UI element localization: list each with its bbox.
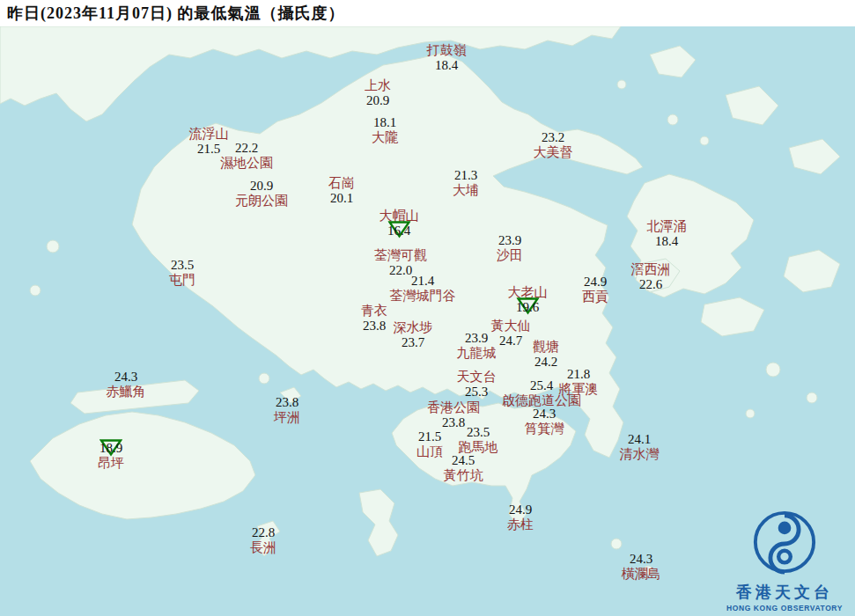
station-跑馬地: 23.5跑馬地 [459, 425, 498, 454]
station-name: 青衣 [361, 304, 387, 319]
station-temperature: 18.1 [373, 115, 396, 130]
station-name: 大隴 [372, 129, 398, 144]
station-name: 打鼓嶺 [427, 43, 467, 58]
station-name: 黃大仙 [491, 319, 531, 334]
station-name: 大帽山 [380, 209, 419, 224]
station-打鼓嶺: 打鼓嶺18.4 [427, 43, 467, 72]
map-title: 昨日(2023年11月07日) 的最低氣溫（攝氏度） [7, 3, 345, 24]
station-name: 坪洲 [274, 409, 300, 424]
station-濕地公園: 22.2濕地公園 [220, 141, 273, 170]
station-temperature: 21.3 [454, 168, 477, 183]
station-筲箕灣: 24.3筲箕灣 [525, 407, 564, 436]
station-temperature: 23.2 [542, 130, 564, 145]
station-name: 荃灣可觀 [374, 248, 427, 263]
station-name: 北潭涌 [647, 219, 687, 234]
station-temperature: 16.4 [387, 223, 410, 238]
station-temperature: 24.5 [452, 453, 475, 468]
station-name: 上水 [365, 78, 391, 93]
station-name: 西貢 [582, 289, 608, 304]
station-滘西洲: 滘西洲22.6 [631, 262, 671, 291]
station-坪洲: 23.8坪洲 [274, 395, 300, 424]
station-name: 觀塘 [533, 340, 559, 355]
station-temperature: 23.5 [171, 258, 194, 273]
station-大埔: 21.3大埔 [453, 168, 479, 197]
station-大帽山: 大帽山16.4 [380, 209, 419, 238]
station-青衣: 青衣23.8 [361, 304, 387, 333]
station-長洲: 22.8長洲 [250, 525, 276, 554]
station-temperature: 18.4 [435, 57, 458, 72]
station-name: 清水灣 [620, 446, 660, 461]
station-沙田: 23.9沙田 [497, 233, 523, 262]
station-temperature: 22.2 [235, 141, 258, 156]
station-temperature: 25.4 [530, 378, 553, 393]
station-黃竹坑: 24.5黃竹坑 [444, 453, 483, 482]
station-temperature: 23.5 [467, 425, 490, 440]
station-temperature: 24.9 [509, 502, 532, 517]
hko-logo-icon [750, 508, 819, 576]
station-temperature: 24.3 [533, 407, 556, 422]
station-temperature: 23.7 [402, 334, 424, 349]
station-name: 大美督 [534, 144, 573, 159]
station-temperature: 23.9 [465, 331, 488, 346]
station-赤柱: 24.9赤柱 [507, 502, 534, 532]
hko-logo-name-zh: 香港天文台 [723, 582, 846, 603]
station-昂坪: 18.9昂坪 [98, 441, 124, 470]
station-temperature: 24.7 [499, 333, 522, 348]
station-荃灣城門谷: 21.4荃灣城門谷 [390, 274, 456, 303]
station-name: 沙田 [497, 247, 523, 262]
station-name: 山頂 [416, 444, 443, 458]
station-山頂: 21.5山頂 [416, 429, 443, 458]
station-啟德跑道公園: 25.4啟德跑道公園 [502, 378, 581, 407]
station-name: 赤鱲角 [107, 384, 146, 399]
station-temperature: 24.9 [584, 275, 607, 290]
station-清水灣: 24.1清水灣 [620, 432, 660, 461]
station-temperature: 20.9 [250, 179, 273, 194]
station-大隴: 18.1大隴 [372, 115, 398, 144]
hko-logo-name-en: HONG KONG OBSERVATORY [723, 604, 846, 612]
station-name: 香港公園 [427, 400, 480, 415]
station-上水: 上水20.9 [365, 78, 391, 107]
station-temperature: 19.6 [516, 299, 539, 314]
station-name: 荃灣城門谷 [390, 288, 456, 303]
station-name: 長洲 [250, 539, 276, 554]
station-北潭涌: 北潭涌18.4 [647, 219, 687, 248]
station-temperature: 24.1 [628, 432, 651, 447]
title-bar: 昨日(2023年11月07日) 的最低氣溫（攝氏度） [0, 0, 855, 26]
station-橫瀾島: 24.3橫瀾島 [622, 552, 661, 581]
station-赤鱲角: 24.3赤鱲角 [107, 370, 146, 399]
station-temperature: 22.6 [639, 276, 662, 291]
station-temperature: 22.8 [252, 525, 275, 540]
station-temperature: 21.5 [197, 141, 220, 156]
station-石崗: 石崗20.1 [328, 176, 355, 205]
station-name: 昂坪 [98, 455, 124, 470]
station-大老山: 大老山19.6 [508, 285, 548, 314]
station-temperature: 18.4 [655, 233, 678, 248]
station-屯門: 23.5屯門 [169, 258, 195, 287]
station-temperature: 25.3 [465, 384, 488, 399]
station-西貢: 24.9西貢 [582, 275, 608, 304]
station-name: 跑馬地 [459, 439, 498, 454]
station-name: 滘西洲 [631, 262, 671, 277]
station-name: 天文台 [457, 370, 497, 385]
station-name: 石崗 [328, 176, 355, 191]
station-temperature: 23.9 [498, 233, 521, 248]
hko-logo: 香港天文台 HONG KONG OBSERVATORY [723, 508, 846, 612]
station-元朗公園: 20.9元朗公園 [235, 179, 288, 208]
page: 打鼓嶺18.4上水20.918.1大隴流浮山21.522.2濕地公園20.9元朗… [0, 0, 855, 616]
station-temperature: 20.1 [330, 190, 353, 205]
station-temperature: 23.8 [363, 318, 386, 333]
station-name: 大埔 [453, 182, 479, 197]
station-觀塘: 觀塘24.2 [533, 340, 559, 369]
station-深水埗: 深水埗23.7 [394, 320, 433, 349]
station-大美督: 23.2大美督 [534, 130, 573, 159]
station-九龍城: 23.9九龍城 [457, 331, 497, 360]
station-temperature: 18.9 [100, 441, 122, 456]
station-name: 流浮山 [189, 127, 229, 142]
station-temperature: 21.4 [411, 274, 434, 289]
station-name: 橫瀾島 [622, 566, 661, 581]
station-temperature: 24.3 [114, 370, 137, 385]
station-temperature: 23.8 [276, 395, 299, 410]
station-name: 元朗公園 [235, 193, 288, 208]
station-天文台: 天文台25.3 [457, 370, 497, 399]
station-temperature: 21.5 [418, 429, 441, 444]
